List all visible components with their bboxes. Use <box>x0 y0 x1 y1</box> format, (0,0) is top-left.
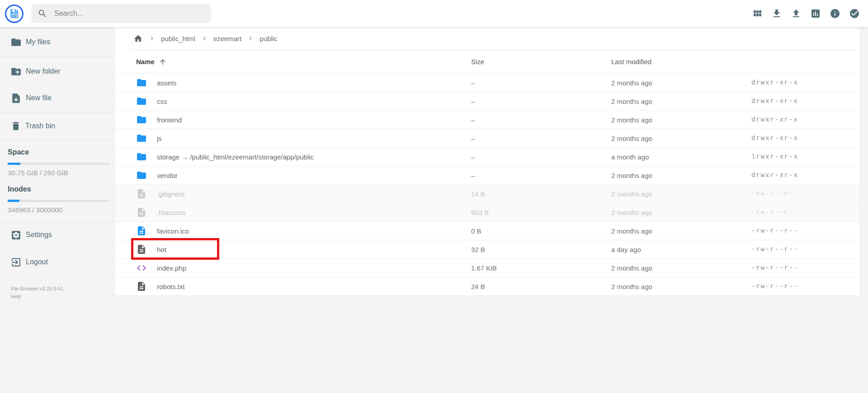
file-permissions: -rw-r--r-- <box>751 227 860 234</box>
file-name: hot <box>157 246 166 253</box>
space-progress-bar <box>8 163 109 165</box>
file-row[interactable]: hot32 Ba day ago-rw-r--r-- <box>115 240 860 258</box>
settings-icon <box>10 229 22 241</box>
folder-plus-icon <box>10 66 22 77</box>
file-row[interactable]: storage → /public_html/ezeemart/storage/… <box>115 147 860 166</box>
settings-icon <box>10 229 22 241</box>
file-row[interactable]: robots.txt24 B2 months ago-rw-r--r-- <box>115 277 860 295</box>
sidebar-item-new-file[interactable]: New file <box>0 87 114 109</box>
upload-button[interactable] <box>788 6 804 21</box>
download-button[interactable] <box>769 6 784 21</box>
file-row[interactable]: css–2 months agodrwxr-xr-x <box>115 92 860 110</box>
file-name-cell: .htaccess <box>136 207 471 218</box>
file-row[interactable]: favicon.ico0 B2 months ago-rw-r--r-- <box>115 221 860 240</box>
file-row[interactable]: frontend–2 months agodrwxr-xr-x <box>115 110 860 129</box>
file-size: – <box>471 172 611 179</box>
download-icon <box>771 8 782 19</box>
code-icon <box>136 262 147 273</box>
app-logo[interactable] <box>5 5 24 23</box>
file-size: 32 B <box>471 246 611 253</box>
folder-icon <box>136 151 147 162</box>
file-icon <box>136 207 147 218</box>
file-name: robots.txt <box>157 283 185 290</box>
file-permissions: drwxr-xr-x <box>751 172 860 179</box>
sidebar-item-logout[interactable]: Logout <box>0 251 114 273</box>
file-size: – <box>471 98 611 105</box>
file-modified: 2 months ago <box>611 190 751 198</box>
file-row[interactable]: .htaccess603 B2 months ago-rw-r--r-- <box>115 203 860 221</box>
file-row[interactable]: assets–2 months agodrwxr-xr-x <box>115 73 860 92</box>
file-name-cell: index.php <box>136 262 471 273</box>
file-list: assets–2 months agodrwxr-xr-xcss–2 month… <box>115 73 860 295</box>
column-header-name[interactable]: Name <box>136 58 471 66</box>
logout-icon <box>10 257 22 268</box>
folder-icon <box>136 170 147 181</box>
file-row[interactable]: .gitignore14 B2 months ago-rw-r--r-- <box>115 184 860 203</box>
sidebar-item-settings[interactable]: Settings <box>0 224 114 246</box>
file-modified: 2 months ago <box>611 116 751 124</box>
file-icon <box>136 281 147 292</box>
column-header-size[interactable]: Size <box>471 58 611 66</box>
file-modified: 2 months ago <box>611 209 751 216</box>
file-size: – <box>471 153 611 161</box>
sidebar-item-my-files[interactable]: My files <box>0 31 114 53</box>
chevron-right-icon <box>200 34 208 42</box>
file-name-cell: css <box>136 96 471 107</box>
file-permissions: drwxr-xr-x <box>751 79 860 86</box>
folder-icon <box>136 151 147 162</box>
top-bar <box>0 0 868 27</box>
file-icon <box>136 207 147 218</box>
sidebar-item-label: Settings <box>26 231 52 239</box>
search-input[interactable] <box>53 9 205 18</box>
file-icon <box>136 188 147 199</box>
column-header-modified[interactable]: Last modified <box>611 58 751 66</box>
file-modified: 2 months ago <box>611 79 751 87</box>
divider <box>0 56 114 57</box>
file-row[interactable]: vendor–2 months agodrwxr-xr-x <box>115 166 860 184</box>
sidebar-item-trash-bin[interactable]: Trash bin <box>0 115 114 137</box>
trash-icon <box>10 121 21 131</box>
file-name: frontend <box>157 116 182 124</box>
file-size: 603 B <box>471 209 611 216</box>
breadcrumb-item[interactable]: ezeemart <box>213 35 242 42</box>
file-permissions: -rw-r--r-- <box>751 190 860 197</box>
file-icon <box>136 225 147 236</box>
sidebar-item-label: Trash bin <box>25 122 55 130</box>
file-permissions: drwxr-xr-x <box>751 98 860 105</box>
file-size: – <box>471 79 611 87</box>
file-row[interactable]: index.php1.67 KiB2 months ago-rw-r--r-- <box>115 258 860 277</box>
file-name-cell: .gitignore <box>136 188 471 199</box>
folder-icon <box>136 133 147 144</box>
breadcrumb-item[interactable]: public_html <box>161 35 195 42</box>
file-permissions: drwxr-xr-x <box>751 116 860 123</box>
file-name: vendor <box>157 172 178 179</box>
help-link[interactable]: Help <box>11 293 114 300</box>
bar-chart-icon <box>810 8 821 19</box>
sidebar-item-new-folder[interactable]: New folder <box>0 60 114 83</box>
file-icon <box>136 225 147 236</box>
code-icon <box>136 262 147 273</box>
file-modified: 2 months ago <box>611 283 751 290</box>
file-permissions: -rw-r--r-- <box>751 283 860 290</box>
folder-icon <box>136 114 147 125</box>
file-name-cell: storage → /public_html/ezeemart/storage/… <box>136 151 471 162</box>
file-name-cell: vendor <box>136 170 471 181</box>
file-icon <box>136 281 147 292</box>
breadcrumb-item[interactable]: public <box>259 35 277 42</box>
switch-view-button[interactable] <box>750 6 765 21</box>
file-icon <box>136 244 147 255</box>
usage-button[interactable] <box>808 6 823 21</box>
folder-icon <box>136 77 147 88</box>
breadcrumb: public_htmlezeemartpublic <box>115 27 860 50</box>
file-icon <box>136 244 147 255</box>
folder-icon <box>136 133 147 144</box>
file-listing-card: public_htmlezeemartpublic Name Size Last… <box>114 27 860 296</box>
divider <box>0 112 114 113</box>
folder-icon <box>10 37 22 48</box>
info-button[interactable] <box>827 6 843 21</box>
file-row[interactable]: js–2 months agodrwxr-xr-x <box>115 129 860 147</box>
home-icon[interactable] <box>133 34 143 43</box>
search-bar[interactable] <box>31 4 211 23</box>
select-multiple-button[interactable] <box>847 6 862 21</box>
inodes-usage-text: 346963 / 3000000 <box>8 206 114 214</box>
